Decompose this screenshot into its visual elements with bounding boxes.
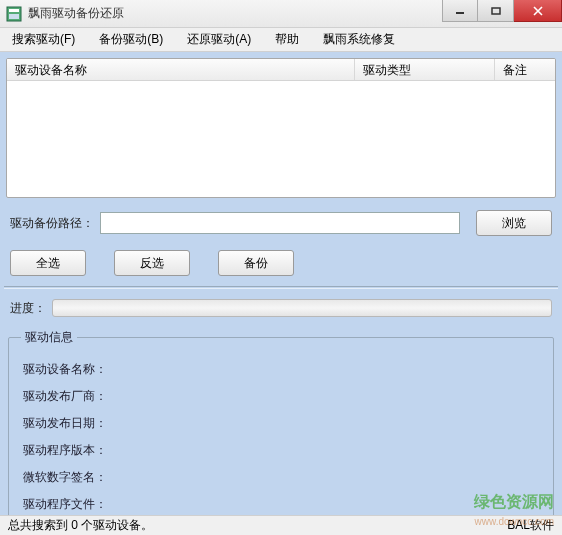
info-file: 驱动程序文件： <box>21 491 541 518</box>
status-left: 总共搜索到 0 个驱动设备。 <box>8 517 153 534</box>
select-all-button[interactable]: 全选 <box>10 250 86 276</box>
separator <box>4 286 558 289</box>
backup-path-label: 驱动备份路径： <box>10 215 94 232</box>
info-device-name: 驱动设备名称： <box>21 356 541 383</box>
maximize-icon <box>491 7 501 15</box>
progress-row: 进度： <box>6 295 556 327</box>
app-icon <box>6 6 22 22</box>
progress-bar <box>52 299 552 317</box>
close-icon <box>532 6 544 16</box>
maximize-button[interactable] <box>478 0 514 22</box>
menu-help[interactable]: 帮助 <box>267 28 307 51</box>
driver-info-legend: 驱动信息 <box>21 329 77 346</box>
menu-backup[interactable]: 备份驱动(B) <box>91 28 171 51</box>
client-area: 驱动设备名称 驱动类型 备注 驱动备份路径： 浏览 全选 反选 备份 进度： 驱… <box>0 52 562 515</box>
list-body[interactable] <box>7 81 555 197</box>
window-title: 飘雨驱动备份还原 <box>28 5 124 22</box>
backup-path-row: 驱动备份路径： 浏览 <box>6 210 556 236</box>
info-version: 驱动程序版本： <box>21 437 541 464</box>
svg-rect-1 <box>456 12 464 14</box>
backup-button[interactable]: 备份 <box>218 250 294 276</box>
list-header: 驱动设备名称 驱动类型 备注 <box>7 59 555 81</box>
info-signature: 微软数字签名： <box>21 464 541 491</box>
info-vendor: 驱动发布厂商： <box>21 383 541 410</box>
status-right: BAL软件 <box>507 517 554 534</box>
menubar: 搜索驱动(F) 备份驱动(B) 还原驱动(A) 帮助 飘雨系统修复 <box>0 28 562 52</box>
titlebar: 飘雨驱动备份还原 <box>0 0 562 28</box>
minimize-icon <box>455 7 465 15</box>
menu-restore[interactable]: 还原驱动(A) <box>179 28 259 51</box>
browse-button[interactable]: 浏览 <box>476 210 552 236</box>
col-device-name[interactable]: 驱动设备名称 <box>7 59 355 80</box>
col-note[interactable]: 备注 <box>495 59 555 80</box>
progress-label: 进度： <box>10 300 46 317</box>
invert-select-button[interactable]: 反选 <box>114 250 190 276</box>
close-button[interactable] <box>514 0 562 22</box>
menu-search[interactable]: 搜索驱动(F) <box>4 28 83 51</box>
driver-list[interactable]: 驱动设备名称 驱动类型 备注 <box>6 58 556 198</box>
action-buttons: 全选 反选 备份 <box>10 250 556 276</box>
menu-sysrepair[interactable]: 飘雨系统修复 <box>315 28 403 51</box>
svg-rect-2 <box>492 8 500 14</box>
backup-path-input[interactable] <box>100 212 460 234</box>
driver-info-group: 驱动信息 驱动设备名称： 驱动发布厂商： 驱动发布日期： 驱动程序版本： 微软数… <box>8 329 554 527</box>
minimize-button[interactable] <box>442 0 478 22</box>
col-driver-type[interactable]: 驱动类型 <box>355 59 495 80</box>
info-date: 驱动发布日期： <box>21 410 541 437</box>
statusbar: 总共搜索到 0 个驱动设备。 BAL软件 <box>0 515 562 535</box>
